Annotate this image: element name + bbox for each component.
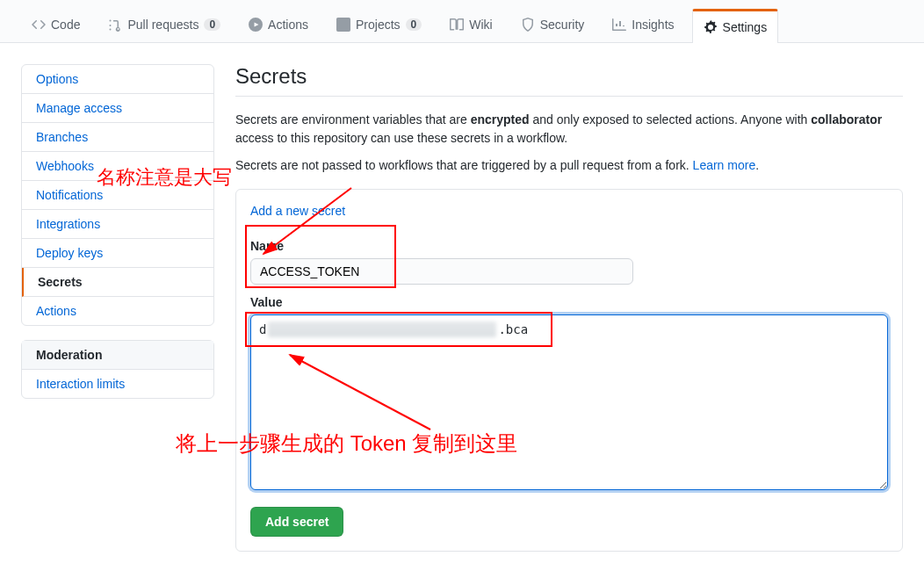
tab-security-label: Security: [540, 18, 585, 32]
name-label: Name: [250, 239, 888, 253]
tab-wiki[interactable]: Wiki: [439, 9, 502, 42]
tab-insights[interactable]: Insights: [602, 9, 684, 42]
learn-more-link[interactable]: Learn more: [693, 158, 756, 172]
gear-icon: [704, 20, 718, 34]
sidebar-item-manage-access[interactable]: Manage access: [22, 94, 213, 123]
tab-settings-label: Settings: [723, 20, 768, 34]
tab-security[interactable]: Security: [510, 9, 596, 42]
pr-count: 0: [204, 18, 220, 31]
tab-projects-label: Projects: [356, 18, 401, 32]
sidebar-item-deploy-keys[interactable]: Deploy keys: [22, 239, 213, 268]
add-secret-button[interactable]: Add secret: [250, 507, 343, 537]
repo-nav: Code Pull requests 0 Actions Projects 0 …: [0, 9, 924, 43]
page-title: Secrets: [235, 64, 903, 97]
sidebar-item-branches[interactable]: Branches: [22, 123, 213, 152]
graph-icon: [612, 18, 626, 32]
tab-code-label: Code: [51, 18, 80, 32]
sidebar-item-interaction-limits[interactable]: Interaction limits: [22, 370, 213, 398]
sidebar-item-secrets[interactable]: Secrets: [22, 268, 213, 297]
code-icon: [32, 18, 46, 32]
settings-sidebar: OptionsManage accessBranchesWebhooksNoti…: [21, 64, 214, 552]
sidebar-item-notifications[interactable]: Notifications: [22, 181, 213, 210]
tab-code[interactable]: Code: [21, 9, 90, 42]
tab-settings[interactable]: Settings: [692, 9, 779, 43]
secret-value-textarea[interactable]: [250, 314, 888, 490]
play-icon: [249, 18, 263, 32]
git-pull-request-icon: [108, 18, 122, 32]
tab-actions[interactable]: Actions: [238, 9, 319, 42]
project-icon: [336, 18, 350, 32]
sidebar-item-actions[interactable]: Actions: [22, 297, 213, 325]
secret-name-input[interactable]: [250, 258, 633, 285]
add-new-secret-link[interactable]: Add a new secret: [250, 204, 345, 218]
projects-count: 0: [406, 18, 422, 31]
sidebar-item-integrations[interactable]: Integrations: [22, 210, 213, 239]
value-label: Value: [250, 295, 888, 309]
shield-icon: [521, 18, 535, 32]
tab-insights-label: Insights: [632, 18, 674, 32]
secret-form-box: Add a new secret Name Value d .bca Add s…: [235, 189, 903, 552]
tab-wiki-label: Wiki: [469, 18, 492, 32]
moderation-heading: Moderation: [22, 341, 213, 370]
sidebar-item-webhooks[interactable]: Webhooks: [22, 152, 213, 181]
description-2: Secrets are not passed to workflows that…: [235, 156, 903, 175]
description-1: Secrets are environment variables that a…: [235, 111, 903, 148]
tab-projects[interactable]: Projects 0: [326, 9, 432, 42]
tab-pull-requests[interactable]: Pull requests 0: [97, 9, 231, 42]
book-icon: [450, 18, 464, 32]
sidebar-item-options[interactable]: Options: [22, 65, 213, 94]
main-content: Secrets Secrets are environment variable…: [235, 64, 903, 552]
tab-pr-label: Pull requests: [127, 18, 199, 32]
tab-actions-label: Actions: [268, 18, 308, 32]
